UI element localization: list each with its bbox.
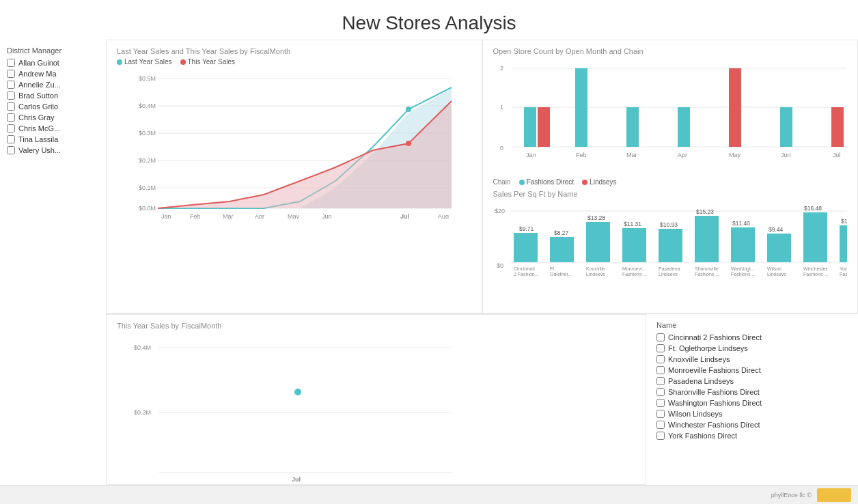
name-filter-checkbox[interactable] xyxy=(656,377,665,385)
manager-item[interactable]: Andrew Ma xyxy=(7,70,99,78)
svg-text:Jan: Jan xyxy=(526,152,536,158)
name-filter-item[interactable]: Knoxville Lindseys xyxy=(656,355,848,363)
manager-item[interactable]: Valery Ush... xyxy=(7,146,99,154)
line-chart-legend: Last Year Sales This Year Sales xyxy=(117,58,471,66)
svg-text:Fashions ...: Fashions ... xyxy=(803,272,828,276)
manager-item[interactable]: Allan Guinot xyxy=(7,59,99,67)
svg-text:Ft.: Ft. xyxy=(550,266,555,271)
manager-item[interactable]: Brad Sutton xyxy=(7,92,99,100)
svg-text:Jun: Jun xyxy=(781,152,791,158)
name-filter-checkbox[interactable] xyxy=(656,399,665,407)
name-filter-checkbox[interactable] xyxy=(656,333,665,341)
svg-text:$9.44: $9.44 xyxy=(769,226,784,233)
svg-text:$0.1M: $0.1M xyxy=(139,184,156,191)
svg-text:Monroevi...: Monroevi... xyxy=(622,266,646,271)
name-filter-item[interactable]: Pasadena Lindseys xyxy=(656,377,848,385)
name-filter-checkbox[interactable] xyxy=(656,432,665,440)
manager-checkbox[interactable] xyxy=(7,102,15,111)
svg-text:Apr: Apr xyxy=(678,152,687,158)
manager-item[interactable]: Chris Gray xyxy=(7,113,99,122)
bar-feb-fd xyxy=(575,68,587,147)
manager-item[interactable]: Annelie Zu... xyxy=(7,81,99,89)
svg-text:$0: $0 xyxy=(497,262,503,269)
open-store-chart-title: Open Store Count by Open Month and Chain xyxy=(493,47,848,55)
manager-checkbox[interactable] xyxy=(7,135,15,143)
name-filter-checkbox[interactable] xyxy=(656,344,665,352)
name-filter-item[interactable]: Monroeville Fashions Direct xyxy=(656,366,848,374)
svg-text:Winchester: Winchester xyxy=(803,266,828,271)
name-filter-item[interactable]: York Fashions Direct xyxy=(656,432,848,440)
svg-text:$0.4M: $0.4M xyxy=(134,344,151,351)
yellow-tab[interactable] xyxy=(817,488,851,502)
svg-text:Fashions ...: Fashions ... xyxy=(695,272,719,276)
svg-text:$0.5M: $0.5M xyxy=(139,75,156,82)
name-filter-checkbox[interactable] xyxy=(656,421,665,429)
manager-checkbox[interactable] xyxy=(7,81,15,89)
manager-label: Andrew Ma xyxy=(18,70,57,78)
name-filter-item[interactable]: Winchester Fashions Direct xyxy=(656,421,848,429)
legend-last-year: Last Year Sales xyxy=(117,58,172,66)
name-filter-checkbox[interactable] xyxy=(656,388,665,396)
name-filter-label: Knoxville Lindseys xyxy=(668,355,730,363)
name-filter-item[interactable]: Wilson Lindseys xyxy=(656,410,848,418)
manager-item[interactable]: Chris McG... xyxy=(7,124,99,132)
svg-text:$0.2M: $0.2M xyxy=(139,157,156,164)
svg-text:Jul: Jul xyxy=(292,476,301,483)
svg-text:Lindseys: Lindseys xyxy=(659,272,678,276)
manager-list: Allan GuinotAndrew MaAnnelie Zu...Brad S… xyxy=(7,59,99,154)
legend-dot-l xyxy=(582,180,587,185)
footer: phyllEnce llc © xyxy=(0,485,858,504)
sales-sqft-title: Sales Per Sq Ft by Name xyxy=(493,190,848,198)
manager-checkbox[interactable] xyxy=(7,59,15,67)
name-filter-list: Cincinnati 2 Fashions DirectFt. Oglethor… xyxy=(656,333,848,440)
name-filter-checkbox[interactable] xyxy=(656,355,665,363)
bar-washington xyxy=(731,227,755,262)
manager-checkbox[interactable] xyxy=(7,146,15,154)
svg-text:$11.40: $11.40 xyxy=(732,220,750,227)
open-store-chart-svg: 2 1 0 xyxy=(493,58,848,174)
manager-checkbox[interactable] xyxy=(7,113,15,122)
svg-text:Feb: Feb xyxy=(190,213,201,219)
legend-label-fd: Fashions Direct xyxy=(527,178,574,186)
svg-text:$0.4M: $0.4M xyxy=(139,102,156,109)
this-year-dot-jul xyxy=(406,141,411,146)
legend-this-year: This Year Sales xyxy=(180,58,236,66)
name-filter-item[interactable]: Ft. Oglethorpe Lindseys xyxy=(656,344,848,352)
svg-text:May: May xyxy=(288,213,300,219)
bar-york xyxy=(840,225,848,262)
manager-checkbox[interactable] xyxy=(7,92,15,100)
svg-text:Mar: Mar xyxy=(223,213,234,219)
svg-text:0: 0 xyxy=(500,145,503,152)
bar-jan-fd xyxy=(524,107,536,147)
bar-wilson xyxy=(767,234,791,262)
open-store-chart-panel: Open Store Count by Open Month and Chain… xyxy=(482,40,859,313)
name-filter-label: Ft. Oglethorpe Lindseys xyxy=(668,344,748,352)
name-filter-label: Pasadena Lindseys xyxy=(668,377,734,385)
legend-label-this-year: This Year Sales xyxy=(188,58,236,66)
svg-text:Oglethor...: Oglethor... xyxy=(550,272,572,276)
svg-text:May: May xyxy=(729,152,741,158)
manager-checkbox[interactable] xyxy=(7,124,15,132)
manager-label: Tina Lassila xyxy=(18,135,58,143)
manager-checkbox[interactable] xyxy=(7,70,15,78)
line-chart-title: Last Year Sales and This Year Sales by F… xyxy=(117,47,471,55)
svg-text:Wilson: Wilson xyxy=(767,266,781,271)
name-filter-item[interactable]: Cincinnati 2 Fashions Direct xyxy=(656,333,848,341)
manager-label: Chris Gray xyxy=(18,113,55,122)
manager-item[interactable]: Tina Lassila xyxy=(7,135,99,143)
manager-item[interactable]: Carlos Grilo xyxy=(7,102,99,111)
name-filter-panel: Name Cincinnati 2 Fashions DirectFt. Ogl… xyxy=(646,314,858,485)
name-filter-item[interactable]: Washington Fashions Direct xyxy=(656,399,848,407)
name-filter-checkbox[interactable] xyxy=(656,410,665,418)
svg-text:Lindseys: Lindseys xyxy=(586,272,605,276)
svg-text:Sharonville: Sharonville xyxy=(695,266,719,271)
svg-text:Fashions ...: Fashions ... xyxy=(622,272,647,276)
name-filter-checkbox[interactable] xyxy=(656,366,665,374)
name-filter-item[interactable]: Sharonville Fashions Direct xyxy=(656,388,848,396)
svg-text:Pasadena: Pasadena xyxy=(659,266,680,271)
bar-cincinnati xyxy=(514,233,538,262)
name-filter-label: York Fashions Direct xyxy=(668,432,737,440)
bar-knoxville xyxy=(586,222,610,262)
bar-may-l xyxy=(729,68,741,147)
svg-text:$0.3M: $0.3M xyxy=(134,409,151,416)
